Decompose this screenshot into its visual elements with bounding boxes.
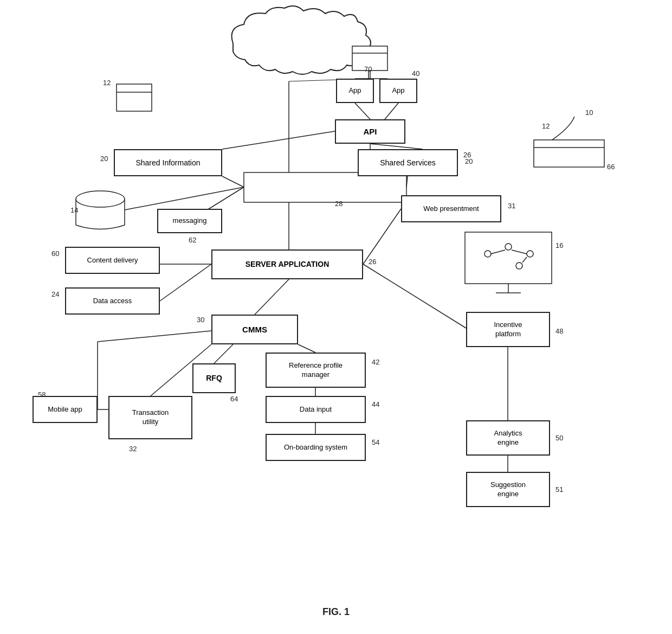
label-50: 50 (555, 434, 563, 442)
svg-line-18 (255, 279, 289, 315)
label-64: 64 (230, 395, 238, 403)
label-60: 60 (51, 249, 59, 258)
label-58: 58 (38, 390, 46, 399)
data-access-box: Data access (65, 287, 160, 315)
web-presentment-label: Web presentment (423, 204, 479, 214)
analytics-engine-box: Analytics engine (466, 420, 550, 456)
svg-line-15 (160, 264, 211, 301)
label-16: 16 (555, 241, 563, 249)
svg-line-9 (222, 131, 335, 149)
label-66: 66 (607, 163, 615, 171)
svg-rect-35 (465, 232, 552, 284)
diagram-container: Shared Information Shared Services API S… (0, 0, 672, 597)
svg-rect-7 (244, 172, 406, 202)
svg-line-17 (363, 209, 401, 264)
cloud-shape (232, 6, 371, 74)
shared-information-box: Shared Information (114, 149, 222, 176)
svg-line-1 (355, 103, 370, 119)
svg-rect-45 (117, 84, 152, 111)
content-delivery-label: Content delivery (87, 256, 138, 265)
label-40: 40 (412, 69, 419, 78)
cmms-box: CMMS (211, 315, 298, 344)
shared-services-label: Shared Services (380, 158, 436, 168)
svg-line-2 (385, 103, 398, 119)
svg-line-20 (214, 344, 233, 363)
incentive-platform-label: Incentive platform (494, 321, 522, 339)
svg-point-39 (505, 244, 512, 250)
mobile-app-label: Mobile app (48, 405, 82, 414)
suggestion-engine-box: Suggestion engine (466, 472, 550, 507)
label-30: 30 (197, 316, 204, 324)
label-28: 28 (335, 200, 343, 208)
svg-line-19 (363, 264, 466, 328)
label-32: 32 (129, 445, 137, 453)
label-54: 54 (372, 438, 379, 446)
svg-line-21 (298, 344, 315, 353)
mobile-app-box: Mobile app (33, 396, 98, 423)
web-presentment-box: Web presentment (401, 195, 501, 222)
svg-line-10 (222, 176, 244, 187)
rfq-box: RFQ (192, 363, 236, 393)
label-26a: 26 (463, 151, 471, 159)
data-access-label: Data access (93, 297, 132, 306)
transaction-utility-box: Transaction utility (108, 396, 192, 439)
app2-label: App (392, 86, 404, 95)
messaging-label: messaging (173, 216, 207, 226)
messaging-box: messaging (157, 209, 222, 233)
label-10: 10 (585, 108, 593, 117)
svg-line-8 (370, 144, 423, 149)
svg-point-40 (527, 251, 533, 257)
content-delivery-box: Content delivery (65, 247, 160, 274)
data-input-box: Data input (266, 396, 366, 423)
svg-point-41 (516, 262, 522, 269)
label-70: 70 (364, 65, 372, 73)
app2-box: App (379, 79, 417, 103)
label-20a: 20 (100, 155, 108, 163)
svg-point-38 (484, 251, 491, 257)
label-44: 44 (372, 400, 379, 408)
transaction-utility-label: Transaction utility (132, 408, 169, 427)
app1-box: App (336, 79, 374, 103)
label-31: 31 (508, 202, 515, 210)
onboarding-box: On-boarding system (266, 434, 366, 461)
api-box: API (335, 119, 405, 144)
reference-profile-manager-label: Reference profile manager (289, 361, 343, 380)
svg-point-31 (76, 191, 125, 207)
label-62: 62 (189, 236, 196, 244)
reference-profile-manager-box: Reference profile manager (266, 353, 366, 388)
data-input-label: Data input (300, 405, 332, 414)
server-application-label: SERVER APPLICATION (245, 259, 329, 269)
label-26b: 26 (369, 258, 376, 266)
figure-caption: FIG. 1 (322, 606, 350, 618)
app1-label: App (348, 86, 361, 95)
label-51: 51 (555, 485, 563, 494)
shared-information-label: Shared Information (135, 158, 200, 168)
server-application-box: SERVER APPLICATION (211, 249, 363, 279)
onboarding-label: On-boarding system (284, 443, 347, 452)
label-48: 48 (555, 327, 563, 335)
svg-rect-47 (534, 140, 604, 167)
label-14: 14 (70, 206, 78, 214)
label-42: 42 (372, 358, 379, 366)
api-label: API (363, 126, 377, 137)
suggestion-engine-label: Suggestion engine (490, 481, 526, 499)
label-24: 24 (51, 290, 59, 298)
label-12b: 12 (542, 122, 550, 130)
incentive-platform-box: Incentive platform (466, 312, 550, 347)
analytics-engine-label: Analytics engine (494, 429, 522, 447)
shared-services-box: Shared Services (358, 149, 458, 176)
cmms-label: CMMS (242, 324, 267, 335)
rfq-label: RFQ (206, 373, 222, 383)
label-12a: 12 (103, 79, 111, 87)
svg-line-28 (98, 331, 211, 342)
